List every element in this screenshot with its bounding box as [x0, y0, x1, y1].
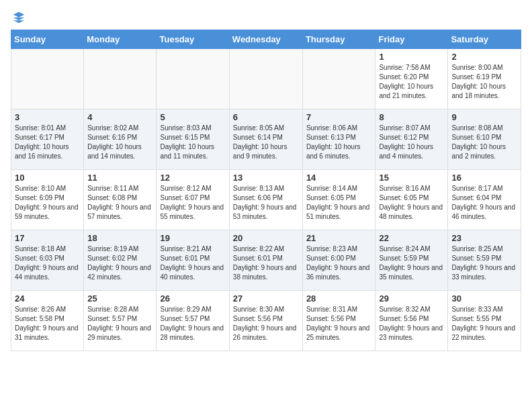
day-info: Sunrise: 8:10 AM Sunset: 6:09 PM Dayligh… [15, 184, 80, 222]
day-number: 17 [15, 233, 80, 243]
day-number: 14 [306, 173, 372, 183]
calendar-day-cell: 29Sunrise: 8:32 AM Sunset: 5:56 PM Dayli… [375, 291, 448, 351]
calendar-day-cell: 20Sunrise: 8:22 AM Sunset: 6:01 PM Dayli… [229, 230, 302, 291]
calendar-week-row: 1Sunrise: 7:58 AM Sunset: 6:20 PM Daylig… [11, 49, 521, 109]
calendar-day-cell: 15Sunrise: 8:16 AM Sunset: 6:05 PM Dayli… [375, 170, 448, 230]
day-info: Sunrise: 8:02 AM Sunset: 6:16 PM Dayligh… [87, 124, 152, 161]
logo [11, 11, 26, 24]
calendar-day-cell: 27Sunrise: 8:30 AM Sunset: 5:56 PM Dayli… [229, 291, 302, 351]
calendar-table: SundayMondayTuesdayWednesdayThursdayFrid… [11, 30, 521, 351]
calendar-day-cell: 5Sunrise: 8:03 AM Sunset: 6:15 PM Daylig… [157, 109, 229, 170]
day-number: 22 [379, 233, 444, 243]
day-info: Sunrise: 7:58 AM Sunset: 6:20 PM Dayligh… [379, 63, 444, 101]
day-info: Sunrise: 8:12 AM Sunset: 6:07 PM Dayligh… [160, 184, 225, 222]
calendar-day-cell: 28Sunrise: 8:31 AM Sunset: 5:56 PM Dayli… [302, 291, 375, 351]
day-number: 25 [87, 293, 152, 304]
day-number: 6 [233, 112, 299, 122]
day-number: 18 [87, 233, 152, 243]
calendar-day-cell: 16Sunrise: 8:17 AM Sunset: 6:04 PM Dayli… [448, 170, 521, 230]
day-info: Sunrise: 8:33 AM Sunset: 5:55 PM Dayligh… [451, 305, 517, 342]
weekday-header: Monday [84, 30, 157, 49]
weekday-header: Wednesday [229, 30, 302, 49]
day-info: Sunrise: 8:18 AM Sunset: 6:03 PM Dayligh… [15, 244, 80, 282]
calendar-day-cell: 24Sunrise: 8:26 AM Sunset: 5:58 PM Dayli… [11, 291, 84, 351]
calendar-week-row: 3Sunrise: 8:01 AM Sunset: 6:17 PM Daylig… [11, 109, 521, 170]
day-number: 3 [15, 112, 80, 122]
day-info: Sunrise: 8:07 AM Sunset: 6:12 PM Dayligh… [379, 124, 444, 161]
day-info: Sunrise: 8:28 AM Sunset: 5:57 PM Dayligh… [87, 305, 152, 342]
day-number: 1 [379, 52, 444, 62]
day-info: Sunrise: 8:14 AM Sunset: 6:05 PM Dayligh… [306, 184, 372, 222]
calendar-day-cell: 3Sunrise: 8:01 AM Sunset: 6:17 PM Daylig… [11, 109, 84, 170]
day-number: 10 [15, 173, 80, 183]
page-header [11, 11, 521, 24]
day-info: Sunrise: 8:17 AM Sunset: 6:04 PM Dayligh… [451, 184, 517, 222]
calendar-day-cell: 26Sunrise: 8:29 AM Sunset: 5:57 PM Dayli… [157, 291, 229, 351]
day-number: 13 [233, 173, 299, 183]
day-info: Sunrise: 8:05 AM Sunset: 6:14 PM Dayligh… [233, 124, 299, 161]
calendar-day-cell: 7Sunrise: 8:06 AM Sunset: 6:13 PM Daylig… [302, 109, 375, 170]
day-number: 12 [160, 173, 225, 183]
calendar-day-cell: 25Sunrise: 8:28 AM Sunset: 5:57 PM Dayli… [84, 291, 157, 351]
calendar-day-cell: 8Sunrise: 8:07 AM Sunset: 6:12 PM Daylig… [375, 109, 448, 170]
logo-icon [12, 11, 26, 24]
calendar-day-cell: 10Sunrise: 8:10 AM Sunset: 6:09 PM Dayli… [11, 170, 84, 230]
calendar-week-row: 17Sunrise: 8:18 AM Sunset: 6:03 PM Dayli… [11, 230, 521, 291]
day-number: 15 [379, 173, 444, 183]
day-number: 4 [87, 112, 152, 122]
day-info: Sunrise: 8:11 AM Sunset: 6:08 PM Dayligh… [87, 184, 152, 222]
day-number: 27 [233, 293, 299, 304]
day-number: 26 [160, 293, 225, 304]
day-info: Sunrise: 8:06 AM Sunset: 6:13 PM Dayligh… [306, 124, 372, 161]
day-info: Sunrise: 8:30 AM Sunset: 5:56 PM Dayligh… [233, 305, 299, 342]
day-number: 11 [87, 173, 152, 183]
day-info: Sunrise: 8:23 AM Sunset: 6:00 PM Dayligh… [306, 244, 372, 282]
day-info: Sunrise: 8:01 AM Sunset: 6:17 PM Dayligh… [15, 124, 80, 161]
day-number: 30 [451, 293, 517, 304]
calendar-day-cell [11, 49, 84, 109]
day-info: Sunrise: 8:13 AM Sunset: 6:06 PM Dayligh… [233, 184, 299, 222]
day-info: Sunrise: 8:25 AM Sunset: 5:59 PM Dayligh… [451, 244, 517, 282]
calendar-week-row: 10Sunrise: 8:10 AM Sunset: 6:09 PM Dayli… [11, 170, 521, 230]
calendar-day-cell: 19Sunrise: 8:21 AM Sunset: 6:01 PM Dayli… [157, 230, 229, 291]
calendar-day-cell: 14Sunrise: 8:14 AM Sunset: 6:05 PM Dayli… [302, 170, 375, 230]
day-info: Sunrise: 8:26 AM Sunset: 5:58 PM Dayligh… [15, 305, 80, 342]
calendar-day-cell: 9Sunrise: 8:08 AM Sunset: 6:10 PM Daylig… [448, 109, 521, 170]
day-number: 29 [379, 293, 444, 304]
calendar-day-cell [229, 49, 302, 109]
calendar-header-row: SundayMondayTuesdayWednesdayThursdayFrid… [11, 30, 521, 49]
calendar-day-cell: 22Sunrise: 8:24 AM Sunset: 5:59 PM Dayli… [375, 230, 448, 291]
day-number: 24 [15, 293, 80, 304]
day-number: 19 [160, 233, 225, 243]
calendar-day-cell: 6Sunrise: 8:05 AM Sunset: 6:14 PM Daylig… [229, 109, 302, 170]
calendar-day-cell [84, 49, 157, 109]
weekday-header: Friday [375, 30, 448, 49]
day-number: 8 [379, 112, 444, 122]
day-info: Sunrise: 8:32 AM Sunset: 5:56 PM Dayligh… [379, 305, 444, 342]
day-info: Sunrise: 8:16 AM Sunset: 6:05 PM Dayligh… [379, 184, 444, 222]
calendar-day-cell: 30Sunrise: 8:33 AM Sunset: 5:55 PM Dayli… [448, 291, 521, 351]
day-info: Sunrise: 8:22 AM Sunset: 6:01 PM Dayligh… [233, 244, 299, 282]
calendar-day-cell: 13Sunrise: 8:13 AM Sunset: 6:06 PM Dayli… [229, 170, 302, 230]
calendar-week-row: 24Sunrise: 8:26 AM Sunset: 5:58 PM Dayli… [11, 291, 521, 351]
calendar-day-cell [157, 49, 229, 109]
calendar-day-cell: 4Sunrise: 8:02 AM Sunset: 6:16 PM Daylig… [84, 109, 157, 170]
calendar-day-cell: 17Sunrise: 8:18 AM Sunset: 6:03 PM Dayli… [11, 230, 84, 291]
day-number: 9 [451, 112, 517, 122]
day-info: Sunrise: 8:21 AM Sunset: 6:01 PM Dayligh… [160, 244, 225, 282]
day-info: Sunrise: 8:29 AM Sunset: 5:57 PM Dayligh… [160, 305, 225, 342]
calendar-day-cell: 23Sunrise: 8:25 AM Sunset: 5:59 PM Dayli… [448, 230, 521, 291]
calendar-day-cell [302, 49, 375, 109]
day-number: 5 [160, 112, 225, 122]
day-number: 7 [306, 112, 372, 122]
day-number: 21 [306, 233, 372, 243]
weekday-header: Sunday [11, 30, 84, 49]
calendar-day-cell: 1Sunrise: 7:58 AM Sunset: 6:20 PM Daylig… [375, 49, 448, 109]
day-info: Sunrise: 8:24 AM Sunset: 5:59 PM Dayligh… [379, 244, 444, 282]
weekday-header: Tuesday [157, 30, 229, 49]
day-info: Sunrise: 8:03 AM Sunset: 6:15 PM Dayligh… [160, 124, 225, 161]
day-info: Sunrise: 8:08 AM Sunset: 6:10 PM Dayligh… [451, 124, 517, 161]
day-info: Sunrise: 8:00 AM Sunset: 6:19 PM Dayligh… [451, 63, 517, 101]
day-number: 28 [306, 293, 372, 304]
day-info: Sunrise: 8:31 AM Sunset: 5:56 PM Dayligh… [306, 305, 372, 342]
